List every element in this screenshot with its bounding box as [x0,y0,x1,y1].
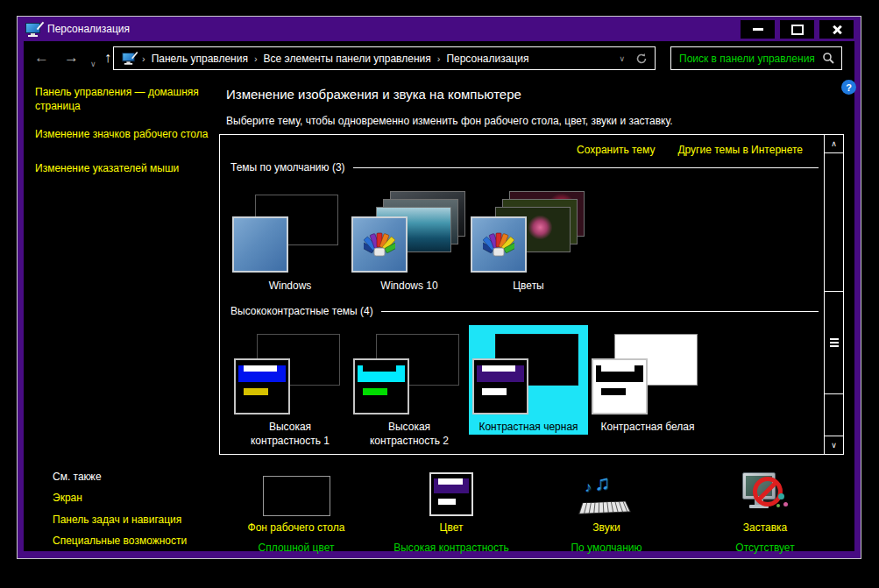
maximize-icon [791,25,804,35]
themes-panel: Сохранить тему Другие темы в Интернете Т… [219,134,844,455]
scroll-up-button[interactable]: ∧ [825,135,843,153]
sounds-icon[interactable]: ♪ ♫ [579,472,634,516]
search-icon[interactable] [822,52,835,65]
personalization-window: Персонализация ← → ∨ ↑ › Панель упра [17,16,861,559]
forward-icon[interactable]: → [64,47,79,68]
breadcrumb-all-items[interactable]: Все элементы панели управления [264,53,431,65]
sidebar-item-desktop-icons[interactable]: Изменение значков рабочего стола [35,128,215,142]
minimize-button[interactable] [741,20,775,39]
theme-label: Windows [230,280,350,292]
scroll-down-button[interactable]: ∨ [825,436,843,454]
scrollbar-grip-icon [830,342,839,344]
color-swatch-fan-icon [364,230,395,259]
hc1-thumbnail [230,329,350,416]
hc-front-window [353,358,409,414]
setting-color: Цвет Высокая контрастность [372,469,530,554]
address-bar[interactable]: › Панель управления › Все элементы панел… [113,46,656,70]
up-icon[interactable]: ↑ [104,47,111,68]
hc2-thumbnail [350,329,469,416]
panel-links: Сохранить тему Другие темы в Интернете [577,144,803,156]
setting-sounds: ♪ ♫ Звуки По умолчанию [528,469,685,554]
save-theme-link[interactable]: Сохранить тему [577,144,655,156]
breadcrumb-personalization[interactable]: Персонализация [446,53,528,65]
sounds-link[interactable]: Звуки [528,521,685,534]
breadcrumb-separator: › [437,53,441,64]
desktop-background-icon[interactable] [263,476,330,516]
theme-high-contrast-2[interactable]: Высокая контрастность 2 [350,325,469,448]
see-also-link-display[interactable]: Экран [53,492,82,504]
keyboard-icon [578,501,631,514]
theme-high-contrast-1[interactable]: Высокая контрастность 1 [230,325,350,448]
breadcrumb-separator: › [254,53,258,64]
see-also-link-taskbar[interactable]: Панель задач и навигация [53,514,181,526]
color-value: Высокая контрастность [372,542,530,554]
color-link[interactable]: Цвет [372,521,530,534]
theme-high-contrast-black-selected[interactable]: Контрастная черная [469,325,588,435]
personalization-icon [25,23,40,36]
recent-pages-chevron-icon[interactable]: ∨ [90,53,96,74]
window-titlebar[interactable]: Персонализация [18,17,861,41]
maximize-button[interactable] [780,20,814,39]
theme-windows[interactable]: Windows [230,188,350,292]
theme-high-contrast-white[interactable]: Контрастная белая [588,325,707,448]
color-icon[interactable] [429,472,473,516]
desktop-background-link[interactable]: Фон рабочего стола [217,521,375,534]
breadcrumb-separator: › [142,53,145,64]
vertical-scrollbar[interactable]: ∧ ∨ [824,135,843,454]
minimize-icon [753,28,763,31]
hc-white-thumbnail [588,329,707,416]
window-controls [741,20,854,39]
music-notes-icon: ♫ [594,471,610,495]
color-fan-tile [471,216,527,273]
personalization-icon [122,53,134,64]
prohibition-icon [753,477,783,507]
default-themes-row: Windows [230,188,588,292]
close-icon [832,25,842,35]
theme-label: Контрастная черная [469,421,588,435]
high-contrast-group-title: Высококонтрастные темы (4) [230,305,373,317]
address-dropdown-icon[interactable]: ∨ [619,54,625,63]
theme-flowers-thumbnail [469,188,588,275]
back-icon[interactable]: ← [34,47,49,68]
setting-desktop-background: Фон рабочего стола Сплошной цвет [217,469,375,554]
see-also-title: См. также [53,471,102,483]
help-button[interactable]: ? [841,80,856,95]
color-fan-tile [351,216,408,273]
see-also-link-ease-of-access[interactable]: Специальные возможности [53,535,187,547]
setting-screensaver: Заставка Отсутствует [686,469,844,554]
theme-label: Цветы [469,280,588,292]
theme-label: Контрастная белая [588,421,707,435]
music-note-icon: ♪ [585,479,592,495]
default-themes-group-header: Темы по умолчанию (3) [230,161,819,174]
screensaver-link[interactable]: Заставка [686,521,844,534]
search-input[interactable] [677,52,822,66]
theme-label: Высокая контрастность 2 [350,421,469,448]
theme-label: Windows 10 [350,280,469,292]
sidebar-item-control-panel-home[interactable]: Панель управления — домашняя страница [35,86,215,114]
screensaver-icon[interactable] [741,471,790,516]
close-button[interactable] [819,20,854,39]
scrollbar-thumb[interactable] [825,291,843,394]
high-contrast-group-header: Высококонтрастные темы (4) [230,305,819,317]
search-box[interactable] [670,46,842,70]
desktop-background-value: Сплошной цвет [217,542,375,554]
refresh-icon[interactable] [635,53,648,65]
theme-windows-thumbnail [230,188,350,275]
screensaver-value: Отсутствует [686,542,844,554]
theme-windows-10[interactable]: Windows 10 [350,188,469,292]
hc-front-window [592,358,648,414]
get-more-themes-link[interactable]: Другие темы в Интернете [677,144,803,156]
hc-black-thumbnail [469,329,588,416]
window-title: Персонализация [47,23,130,35]
page-title: Изменение изображения и звука на компьют… [226,87,521,102]
breadcrumb-control-panel[interactable]: Панель управления [152,53,248,65]
theme-flowers[interactable]: Цветы [469,188,588,292]
theme-label: Высокая контрастность 1 [230,421,350,448]
high-contrast-themes-row: Высокая контрастность 1 Высокая контраст… [230,325,707,448]
desktop-background: Персонализация ← → ∨ ↑ › Панель упра [0,0,879,588]
hc-front-window [472,358,528,414]
window-content: ← → ∨ ↑ › Панель управления › Все элемен… [24,41,854,551]
theme-windows10-thumbnail [350,188,469,275]
sidebar-item-mouse-pointers[interactable]: Изменение указателей мыши [35,162,215,176]
navigation-bar: ← → ∨ ↑ › Панель управления › Все элемен… [24,41,854,76]
